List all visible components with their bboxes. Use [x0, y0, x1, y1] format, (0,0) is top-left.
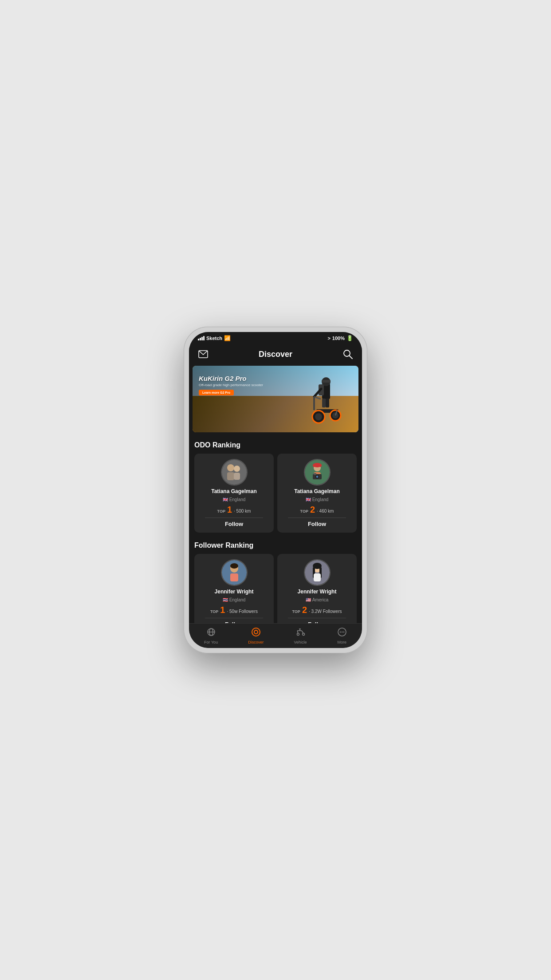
- phone-screen: Sketch 📶 > 100% 🔋 Discover: [189, 332, 362, 648]
- odo-avatar-1: [221, 459, 248, 486]
- search-button[interactable]: [341, 347, 355, 361]
- discover-icon: [251, 627, 261, 639]
- svg-rect-41: [314, 573, 321, 581]
- odo-flag-2: 🇬🇧: [306, 497, 311, 502]
- follower-cards-row: Jennifer Wright 🇹🇭 England TOP 1 · 50w F…: [194, 554, 357, 623]
- nav-label-vehicle: Vehicle: [294, 640, 307, 644]
- svg-point-55: [340, 632, 341, 632]
- svg-point-40: [313, 563, 322, 569]
- vehicle-icon: [295, 627, 305, 639]
- follower-rank-2: Top 2 · 3.2W Followers: [292, 605, 342, 615]
- nav-label-discover: Discover: [248, 640, 264, 644]
- odo-divider-1: [205, 518, 263, 518]
- odo-name-1: Tatiana Gagelman: [211, 488, 256, 494]
- follower-flag-2: 🇺🇸: [306, 597, 311, 602]
- svg-point-51: [303, 633, 305, 636]
- odo-card-1: Tatiana Gagelman 🇬🇧 England TOP 1 · 500 …: [194, 454, 274, 533]
- mail-button[interactable]: [196, 347, 210, 361]
- follower-divider-2: [288, 618, 346, 618]
- wifi-icon: 📶: [224, 335, 231, 341]
- svg-line-10: [314, 397, 321, 399]
- banner-cta-button[interactable]: Learn more G2 Pro: [199, 390, 234, 395]
- odo-flag-1: 🇬🇧: [223, 497, 228, 502]
- odo-cards-row: Tatiana Gagelman 🇬🇧 England TOP 1 · 500 …: [194, 454, 357, 533]
- odo-ranking-section: ODO Ranking: [189, 436, 362, 536]
- follower-ranking-section: Follower Ranking: [189, 536, 362, 623]
- odo-follow-1[interactable]: Follow: [225, 521, 243, 527]
- odo-rank-2: Top 2 · 460 km: [300, 505, 334, 515]
- nav-item-discover[interactable]: Discover: [248, 627, 264, 644]
- svg-point-21: [234, 466, 240, 472]
- main-scroll[interactable]: KuKirin G2 Pro Off-road grade high perfo…: [189, 364, 362, 623]
- svg-line-2: [349, 356, 352, 359]
- odo-card-2: Tatiana Gagelman 🇬🇧 England Top 2 · 460 …: [277, 454, 357, 533]
- svg-rect-20: [227, 472, 234, 480]
- follower-avatar-2: [304, 559, 331, 586]
- svg-point-35: [230, 563, 238, 569]
- odo-follow-2[interactable]: Follow: [308, 521, 326, 527]
- follower-rank-1: TOP 1 · 50w Followers: [210, 605, 258, 615]
- svg-point-14: [315, 413, 322, 420]
- svg-rect-8: [322, 399, 326, 407]
- odo-avatar-2: [304, 459, 331, 486]
- status-left: Sketch 📶: [198, 335, 231, 341]
- follower-ranking-title: Follower Ranking: [194, 541, 357, 549]
- app-header: Discover: [189, 344, 362, 364]
- planet-icon: [206, 627, 216, 639]
- follower-country-1: 🇹🇭 England: [223, 597, 246, 602]
- battery-label: 100%: [332, 336, 345, 341]
- nav-label-more: More: [338, 640, 347, 644]
- carrier-label: Sketch: [206, 336, 222, 341]
- promo-banner[interactable]: KuKirin G2 Pro Off-road grade high perfo…: [193, 366, 358, 432]
- battery-icon: 🔋: [346, 335, 353, 341]
- odo-rank-1: TOP 1 · 500 km: [217, 505, 251, 515]
- more-icon: [337, 627, 347, 639]
- follower-name-1: Jennifer Wright: [215, 589, 254, 595]
- banner-product-name: KuKirin G2 Pro: [199, 375, 263, 382]
- nav-item-vehicle[interactable]: Vehicle: [294, 627, 307, 644]
- odo-ranking-title: ODO Ranking: [194, 441, 357, 449]
- odo-country-1: 🇬🇧 England: [223, 497, 246, 502]
- nav-label-foryou: For You: [204, 640, 218, 644]
- svg-point-50: [297, 633, 299, 636]
- svg-rect-5: [322, 380, 331, 383]
- follower-avatar-1: [221, 559, 248, 586]
- follower-flag-1: 🇹🇭: [223, 597, 228, 602]
- phone-frame: Sketch 📶 > 100% 🔋 Discover: [184, 327, 367, 653]
- svg-point-57: [343, 632, 344, 632]
- nav-item-more[interactable]: More: [337, 627, 347, 644]
- svg-point-18: [222, 460, 247, 485]
- odo-divider-2: [288, 518, 346, 518]
- svg-rect-34: [230, 573, 238, 581]
- banner-text: KuKirin G2 Pro Off-road grade high perfo…: [199, 375, 263, 395]
- svg-rect-9: [326, 399, 329, 407]
- svg-rect-31: [313, 464, 322, 467]
- status-right: > 100% 🔋: [327, 335, 353, 341]
- nav-item-foryou[interactable]: For You: [204, 627, 218, 644]
- svg-point-19: [227, 464, 234, 471]
- odo-country-2: 🇬🇧 England: [306, 497, 329, 502]
- follower-card-2: Jennifer Wright 🇺🇸 America Top 2 · 3.2W …: [277, 554, 357, 623]
- svg-rect-22: [234, 473, 240, 480]
- svg-point-28: [316, 476, 318, 478]
- page-title: Discover: [259, 350, 292, 359]
- battery-arrow: >: [327, 336, 330, 341]
- signal-icon: [198, 336, 205, 340]
- follower-country-2: 🇺🇸 America: [306, 597, 329, 602]
- follower-card-1: Jennifer Wright 🇹🇭 England TOP 1 · 50w F…: [194, 554, 274, 623]
- status-bar: Sketch 📶 > 100% 🔋: [189, 332, 362, 344]
- svg-point-46: [254, 630, 258, 634]
- follower-divider-1: [205, 618, 263, 618]
- follower-name-2: Jennifer Wright: [298, 589, 337, 595]
- bottom-nav: For You Discover: [189, 623, 362, 648]
- odo-name-2: Tatiana Gagelman: [294, 488, 339, 494]
- svg-rect-29: [314, 473, 316, 475]
- svg-point-45: [252, 628, 260, 636]
- banner-subtitle: Off-road grade high performance scooter: [199, 383, 263, 387]
- svg-point-56: [342, 632, 342, 632]
